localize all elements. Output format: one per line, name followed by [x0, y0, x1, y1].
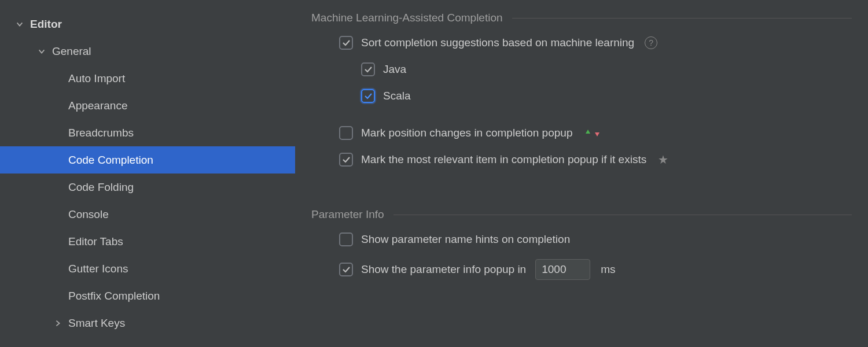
sidebar-label: Editor Tabs — [68, 235, 123, 248]
option-mark-position: Mark position changes in completion popu… — [311, 126, 852, 140]
section-title: Machine Learning-Assisted Completion — [311, 12, 503, 24]
sidebar-label: Postfix Completion — [68, 290, 160, 302]
sidebar-label: Auto Import — [68, 72, 125, 85]
option-label: Mark position changes in completion popu… — [361, 127, 572, 139]
sidebar-label: Code Completion — [68, 154, 153, 167]
sidebar-label: Gutter Icons — [68, 263, 128, 275]
option-label: Show parameter name hints on completion — [361, 233, 570, 246]
sidebar-item-code-completion[interactable]: Code Completion — [0, 146, 295, 174]
checkbox-mark-position[interactable] — [339, 126, 353, 140]
option-label: Scala — [383, 90, 411, 102]
sidebar-item-console[interactable]: Console — [0, 201, 295, 228]
option-scala: Scala — [311, 89, 852, 103]
checkbox-mark-relevant[interactable] — [339, 153, 353, 167]
checkbox-scala[interactable] — [361, 89, 375, 103]
option-label: Java — [383, 63, 406, 76]
sidebar-item-general[interactable]: General — [0, 38, 295, 65]
checkbox-java[interactable] — [361, 62, 375, 76]
sidebar-label: Appearance — [68, 99, 127, 112]
sidebar-label: Smart Keys — [68, 317, 125, 330]
position-arrows-icon — [584, 128, 601, 138]
option-param-hints: Show parameter name hints on completion — [311, 232, 852, 246]
divider — [512, 18, 852, 19]
chevron-right-icon — [53, 319, 62, 328]
option-label: Mark the most relevant item in completio… — [361, 153, 646, 166]
param-popup-delay-input[interactable] — [535, 259, 590, 280]
sidebar-item-gutter-icons[interactable]: Gutter Icons — [0, 255, 295, 282]
section-header-param: Parameter Info — [311, 208, 852, 221]
sidebar-item-breadcrumbs[interactable]: Breadcrumbs — [0, 119, 295, 146]
unit-label: ms — [601, 263, 615, 276]
sidebar-label: Editor — [30, 18, 62, 31]
option-label: Show the parameter info popup in — [361, 263, 526, 276]
help-icon[interactable]: ? — [645, 36, 657, 49]
option-param-popup: Show the parameter info popup in ms — [311, 259, 852, 280]
checkbox-sort[interactable] — [339, 36, 353, 50]
settings-sidebar: Editor General Auto Import Appearance Br… — [0, 0, 295, 347]
star-icon: ★ — [658, 153, 668, 167]
chevron-down-icon — [37, 47, 46, 56]
option-sort-suggestions: Sort completion suggestions based on mac… — [311, 36, 852, 50]
sidebar-label: Console — [68, 208, 109, 221]
sidebar-label: Code Folding — [68, 181, 134, 194]
section-title: Parameter Info — [311, 208, 384, 221]
option-mark-relevant: Mark the most relevant item in completio… — [311, 153, 852, 167]
sidebar-label: Breadcrumbs — [68, 127, 134, 139]
checkbox-param-hints[interactable] — [339, 232, 353, 246]
section-header-ml: Machine Learning-Assisted Completion — [311, 12, 852, 24]
checkbox-param-popup[interactable] — [339, 263, 353, 276]
option-java: Java — [311, 62, 852, 76]
sidebar-item-code-folding[interactable]: Code Folding — [0, 174, 295, 201]
option-label: Sort completion suggestions based on mac… — [361, 36, 634, 49]
chevron-down-icon — [15, 20, 24, 29]
sidebar-item-auto-import[interactable]: Auto Import — [0, 65, 295, 92]
sidebar-item-appearance[interactable]: Appearance — [0, 92, 295, 119]
sidebar-item-editor[interactable]: Editor — [0, 10, 295, 38]
sidebar-item-editor-tabs[interactable]: Editor Tabs — [0, 228, 295, 255]
settings-content: Machine Learning-Assisted Completion Sor… — [295, 0, 868, 347]
sidebar-item-postfix-completion[interactable]: Postfix Completion — [0, 282, 295, 309]
sidebar-item-smart-keys[interactable]: Smart Keys — [0, 309, 295, 337]
divider — [393, 215, 852, 215]
sidebar-label: General — [52, 45, 91, 58]
